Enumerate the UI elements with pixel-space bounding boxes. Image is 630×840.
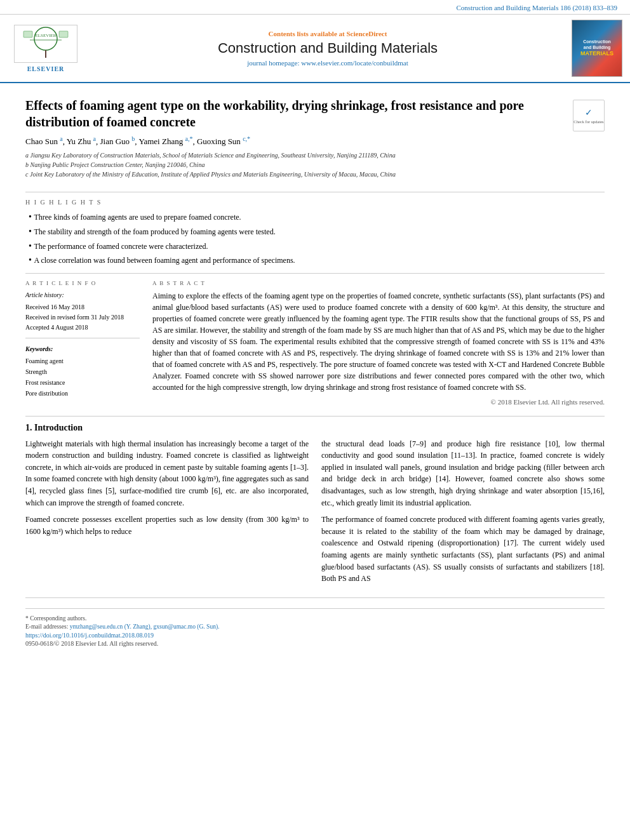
svg-rect-4 <box>23 31 32 37</box>
introduction-section: 1. Introduction Lightweight materials wi… <box>25 423 605 590</box>
author-4: Yamei Zhang a,* <box>138 137 192 146</box>
intro-title: 1. Introduction <box>25 423 605 433</box>
highlight-item-4: A close correlation was found between fo… <box>29 254 605 267</box>
abstract-text: Aiming to explore the effects of the foa… <box>152 290 605 393</box>
affiliation-c: c Joint Key Laboratory of the Ministry o… <box>25 170 566 179</box>
accepted-date: Accepted 4 August 2018 <box>25 323 140 333</box>
received-date: Received 16 May 2018 <box>25 302 140 312</box>
footer-divider <box>25 608 605 609</box>
article-history: Article history: Received 16 May 2018 Re… <box>25 290 140 338</box>
header-center: Contents lists available at ScienceDirec… <box>84 30 572 67</box>
abstract-col: A B S T R A C T Aiming to explore the ef… <box>152 280 605 408</box>
divider-2 <box>25 273 605 274</box>
intro-paragraph-1: Lightweight materials with high thermal … <box>25 438 309 509</box>
elsevier-svg: ELSEVIER <box>17 26 74 61</box>
journal-homepage: journal homepage: www.elsevier.com/locat… <box>90 59 565 67</box>
article-content: Effects of foaming agent type on the wor… <box>0 83 630 655</box>
article-info-col: A R T I C L E I N F O Article history: R… <box>25 280 140 408</box>
check-label: Check for updates <box>573 119 603 124</box>
article-info-label: A R T I C L E I N F O <box>25 280 140 286</box>
journal-reference-text: Construction and Building Materials 186 … <box>456 4 617 11</box>
revised-date: Received in revised form 31 July 2018 <box>25 312 140 323</box>
contents-prefix: Contents lists available at <box>269 30 347 37</box>
journal-title: Construction and Building Materials <box>90 40 565 57</box>
authors-line: Chao Sun a, Yu Zhu a, Jian Guo b, Yamei … <box>25 135 566 147</box>
highlights-section: H I G H L I G H T S Three kinds of foami… <box>25 199 605 266</box>
highlights-label: H I G H L I G H T S <box>25 199 605 206</box>
copyright-line: © 2018 Elsevier Ltd. All rights reserved… <box>152 398 605 406</box>
intro-paragraph-2: Foamed concrete possesses excellent prop… <box>25 514 309 537</box>
journal-cover: Construction and Building MATERIALS <box>572 20 622 77</box>
affiliation-b: b Nanjing Public Project Construction Ce… <box>25 160 566 170</box>
highlight-item-3: The performance of foamed concrete were … <box>29 240 605 253</box>
email-addresses: ymzhang@seu.edu.cn (Y. Zhang), gxsun@uma… <box>70 623 220 630</box>
homepage-prefix: journal homepage: <box>247 59 301 67</box>
journal-reference-bar: Construction and Building Materials 186 … <box>0 0 630 15</box>
affiliations: a Jiangsu Key Laboratory of Construction… <box>25 150 566 179</box>
article-title-section: Effects of foaming agent type on the wor… <box>25 97 605 185</box>
svg-point-0 <box>34 27 57 50</box>
intro-right-paragraph-1: the structural dead loads [7–9] and prod… <box>321 438 605 509</box>
doi-url[interactable]: https://doi.org/10.1016/j.conbuildmat.20… <box>25 632 154 639</box>
corresponding-note: * Corresponding authors. <box>25 615 605 622</box>
intro-right-col: the structural dead loads [7–9] and prod… <box>321 438 605 590</box>
elsevier-logo: ELSEVIER ELSEVIER <box>8 25 84 72</box>
highlight-item-1: Three kinds of foaming agents are used t… <box>29 211 605 223</box>
author-2: Yu Zhu a <box>67 137 96 146</box>
author-5: Guoxing Sun c,* <box>197 137 250 146</box>
divider-1 <box>25 192 605 192</box>
journal-header: ELSEVIER ELSEVIER Contents lists availab… <box>0 15 630 83</box>
article-title-text: Effects of foaming agent type on the wor… <box>25 97 566 185</box>
keywords-label: Keywords: <box>25 343 140 354</box>
svg-rect-5 <box>59 31 68 37</box>
keyword-3: Frost resistance <box>25 377 140 388</box>
corresponding-text: * Corresponding authors. <box>25 615 86 622</box>
history-label: Article history: <box>25 290 140 300</box>
svg-text:ELSEVIER: ELSEVIER <box>35 33 56 38</box>
abstract-label: A B S T R A C T <box>152 280 605 286</box>
journal-cover-image: Construction and Building MATERIALS <box>572 20 622 77</box>
sciencedirect-link: Contents lists available at ScienceDirec… <box>90 30 565 37</box>
highlight-item-2: The stability and strength of the foam p… <box>29 225 605 238</box>
keyword-4: Pore distribution <box>25 388 140 399</box>
cover-text-line1: Construction and Building MATERIALS <box>580 39 613 58</box>
affiliation-a: a Jiangsu Key Laboratory of Construction… <box>25 150 566 160</box>
intro-left-col: Lightweight materials with high thermal … <box>25 438 309 590</box>
elsevier-logo-image: ELSEVIER <box>14 25 77 63</box>
keyword-2: Strength <box>25 366 140 377</box>
author-3: Jian Guo b <box>100 137 135 146</box>
article-footer: * Corresponding authors. E-mail addresse… <box>25 597 605 647</box>
email-note: E-mail addresses: ymzhang@seu.edu.cn (Y.… <box>25 623 605 630</box>
article-info-abstract: A R T I C L E I N F O Article history: R… <box>25 280 605 408</box>
homepage-url: www.elsevier.com/locate/conbuildmat <box>301 59 408 67</box>
elsevier-text: ELSEVIER <box>27 65 65 72</box>
keyword-1: Foaming agent <box>25 356 140 366</box>
check-icon: ✓ <box>585 107 593 118</box>
intro-two-col: Lightweight materials with high thermal … <box>25 438 605 590</box>
divider-3 <box>25 416 605 417</box>
issn-line: 0950-0618/© 2018 Elsevier Ltd. All right… <box>25 640 605 647</box>
sciencedirect-name: ScienceDirect <box>346 30 387 37</box>
article-title: Effects of foaming agent type on the wor… <box>25 97 566 130</box>
highlights-list: Three kinds of foaming agents are used t… <box>25 211 605 266</box>
author-1: Chao Sun a <box>25 137 63 146</box>
check-update-badge: ✓ Check for updates <box>573 100 605 131</box>
doi-link[interactable]: https://doi.org/10.1016/j.conbuildmat.20… <box>25 632 605 639</box>
keywords-section: Keywords: Foaming agent Strength Frost r… <box>25 343 140 399</box>
check-badge-box: ✓ Check for updates <box>573 100 605 131</box>
intro-right-paragraph-2: The performance of foamed concrete produ… <box>321 514 605 585</box>
email-label: E-mail addresses: <box>25 623 68 630</box>
